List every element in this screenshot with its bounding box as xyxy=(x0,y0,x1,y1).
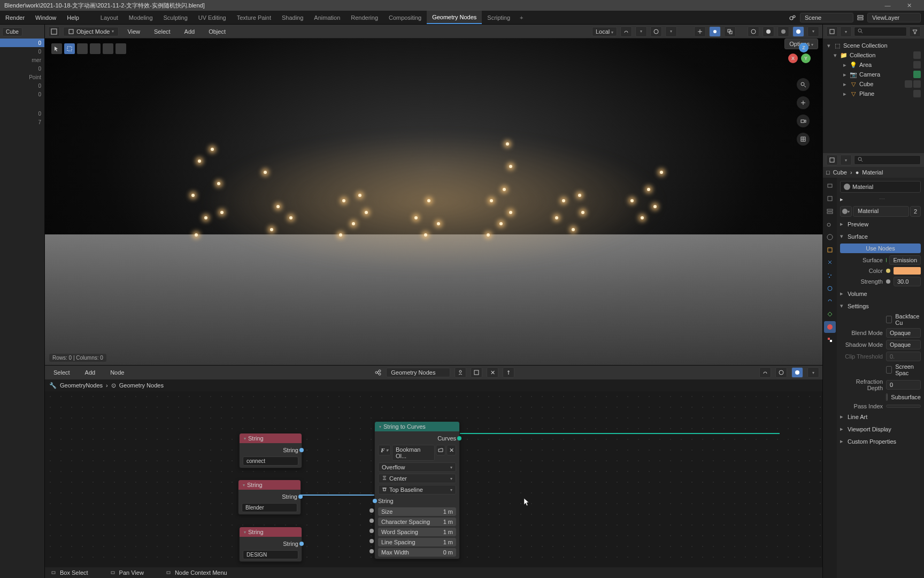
axis-y[interactable]: Y xyxy=(801,54,811,63)
navigation-gizmo[interactable]: Z Y X xyxy=(788,43,818,73)
unlink-font-button[interactable]: ✕ xyxy=(446,445,456,455)
node-string-2[interactable]: ▾String String xyxy=(238,480,301,515)
tab-material[interactable] xyxy=(824,321,836,333)
max-width-input[interactable]: Max Width0 m xyxy=(378,548,456,557)
scene-selector[interactable]: Scene xyxy=(800,13,853,22)
tool-scale[interactable] xyxy=(103,43,113,54)
section-lineart[interactable]: ▸Line Art xyxy=(840,412,921,422)
tab-texture[interactable] xyxy=(824,334,836,346)
socket-out-string[interactable] xyxy=(298,495,303,499)
shadow-mode-selector[interactable]: Opaque xyxy=(886,340,921,349)
outliner-scene-collection[interactable]: ▾⬚Scene Collection xyxy=(823,41,924,50)
add-workspace-button[interactable]: + xyxy=(515,11,527,24)
ne-menu-node[interactable]: Node xyxy=(105,366,129,379)
axis-z[interactable]: Z xyxy=(799,43,808,52)
minimize-button[interactable]: — xyxy=(877,0,898,11)
tab-scene[interactable] xyxy=(824,218,836,230)
section-settings[interactable]: ▾Settings xyxy=(840,301,921,311)
perspective-icon[interactable] xyxy=(797,133,810,146)
nodetree-fake-user[interactable] xyxy=(455,367,466,378)
ne-overlay[interactable] xyxy=(775,367,787,378)
ne-menu-select[interactable]: Select xyxy=(48,366,75,379)
viewport-menu-select[interactable]: Select xyxy=(149,25,176,38)
nodetree-new[interactable] xyxy=(471,367,482,378)
open-font-button[interactable] xyxy=(436,445,445,455)
properties-options[interactable]: ▾ xyxy=(840,155,852,165)
aligny-selector[interactable]: Top Baseline▾ xyxy=(378,485,456,495)
tab-object[interactable] xyxy=(824,244,836,256)
collection-exclude-toggle[interactable] xyxy=(913,51,921,59)
tab-constraint[interactable] xyxy=(824,295,836,307)
tab-output[interactable] xyxy=(824,193,836,204)
nodetree-unlink[interactable]: ✕ xyxy=(487,367,498,378)
visibility-toggle[interactable] xyxy=(913,61,921,69)
font-icon[interactable]: F▾ xyxy=(378,445,391,455)
close-button[interactable]: ✕ xyxy=(898,0,920,11)
alignx-selector[interactable]: Center▾ xyxy=(378,474,456,483)
shading-wireframe[interactable] xyxy=(748,26,759,37)
socket-out-string[interactable] xyxy=(299,542,304,546)
editor-type-button[interactable] xyxy=(48,26,60,37)
proportional-falloff[interactable]: ▾ xyxy=(665,26,677,37)
ne-options[interactable]: ▾ xyxy=(807,367,819,378)
passindex-input[interactable] xyxy=(886,405,921,408)
breadcrumb-item[interactable]: Geometry Nodes xyxy=(119,382,164,389)
shading-solid[interactable] xyxy=(763,26,774,37)
mode-selector[interactable]: Object Mode ▾ xyxy=(63,27,119,36)
tab-texture-paint[interactable]: Texture Paint xyxy=(232,11,276,24)
socket-out-curves[interactable] xyxy=(457,436,461,440)
viewport-menu-view[interactable]: View xyxy=(122,25,145,38)
outliner-item-camera[interactable]: ▸📷Camera xyxy=(823,70,924,79)
outliner-item-area[interactable]: ▸💡Area xyxy=(823,60,924,70)
material-name-field[interactable]: Material xyxy=(853,206,909,217)
socket-in[interactable] xyxy=(369,529,374,533)
strength-input[interactable]: 30.0 xyxy=(894,277,921,286)
node-canvas[interactable]: ▾String String ▾String String xyxy=(45,391,822,567)
tab-compositing[interactable]: Compositing xyxy=(383,11,427,24)
tab-render[interactable] xyxy=(824,180,836,192)
tab-sculpting[interactable]: Sculpting xyxy=(158,11,193,24)
material-users[interactable]: 2 xyxy=(910,206,921,217)
breadcrumb-item[interactable]: GeometryNodes xyxy=(60,382,103,389)
visibility-toggle[interactable] xyxy=(913,71,921,78)
clip-threshold-input[interactable]: 0. xyxy=(886,352,921,361)
node-string-1[interactable]: ▾String String xyxy=(239,433,302,468)
backface-checkbox[interactable] xyxy=(886,316,892,323)
snap-toggle[interactable] xyxy=(620,26,632,37)
node-header[interactable]: ▾String xyxy=(240,527,302,537)
tab-viewlayer[interactable] xyxy=(824,206,836,217)
tool-move[interactable] xyxy=(77,43,88,54)
shading-options[interactable]: ▾ xyxy=(807,26,819,37)
viewport-menu-add[interactable]: Add xyxy=(179,25,201,38)
outliner-item-cube[interactable]: ▸▽Cube xyxy=(823,79,924,89)
socket-in[interactable] xyxy=(369,508,374,513)
socket-in[interactable] xyxy=(369,539,374,543)
size-input[interactable]: Size1 m xyxy=(378,507,456,516)
word-spacing-input[interactable]: Word Spacing1 m xyxy=(378,528,456,536)
use-nodes-button[interactable]: Use Nodes xyxy=(840,244,921,253)
tab-geometry-nodes[interactable]: Geometry Nodes xyxy=(427,11,482,24)
section-viewport-display[interactable]: ▸Viewport Display xyxy=(840,424,921,434)
tab-shading[interactable]: Shading xyxy=(276,11,309,24)
socket-in[interactable] xyxy=(369,519,374,523)
3d-viewport[interactable]: Options ▾ Z Y X Rows: 0 | Columns: 0 xyxy=(45,39,822,365)
tab-animation[interactable]: Animation xyxy=(309,11,345,24)
outliner-type-button[interactable] xyxy=(826,26,838,37)
tab-particle[interactable] xyxy=(824,270,836,282)
refraction-input[interactable]: 0 xyxy=(886,380,921,390)
material-slot[interactable]: Material xyxy=(840,181,921,193)
viewport-menu-object[interactable]: Object xyxy=(203,25,231,38)
spreadsheet-obj-selector[interactable]: Cube xyxy=(2,27,22,36)
node-header[interactable]: ▾String xyxy=(240,434,302,443)
gizmo-toggle[interactable] xyxy=(694,26,706,37)
prop-breadcrumb-obj[interactable]: Cube xyxy=(833,169,847,176)
shading-rendered[interactable] xyxy=(792,26,804,37)
shading-matprev[interactable] xyxy=(777,26,789,37)
string-value-input[interactable] xyxy=(243,550,298,559)
font-selector[interactable]: Bookman Ol... xyxy=(392,445,435,461)
visibility-toggle[interactable] xyxy=(913,90,921,97)
tab-uv-editing[interactable]: UV Editing xyxy=(193,11,232,24)
properties-type-button[interactable] xyxy=(826,155,838,165)
char-spacing-input[interactable]: Character Spacing1 m xyxy=(378,518,456,526)
subsurface-checkbox[interactable] xyxy=(886,393,888,401)
